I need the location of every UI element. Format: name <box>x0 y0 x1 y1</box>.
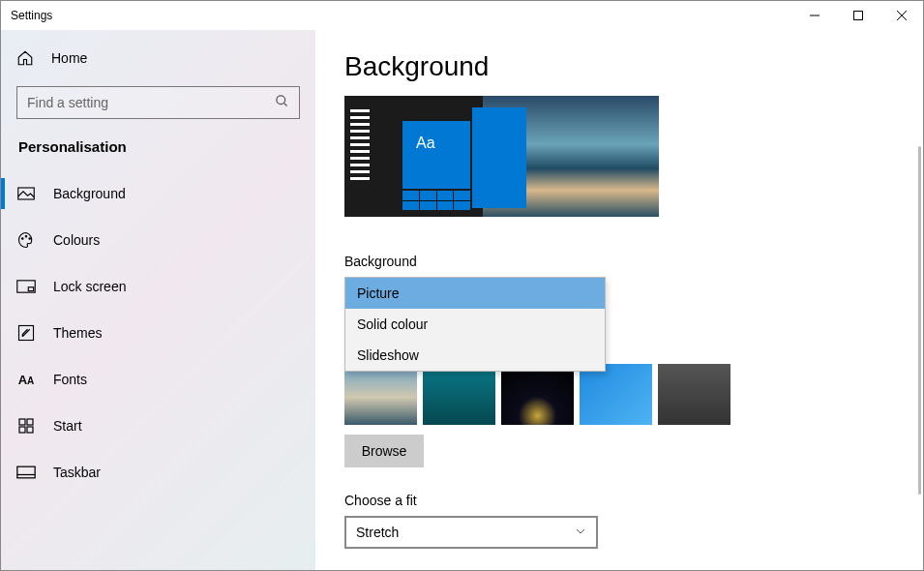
picture-thumbnails <box>344 364 894 425</box>
image-icon <box>16 187 36 200</box>
nav-label: Themes <box>53 325 103 341</box>
svg-rect-17 <box>17 466 35 478</box>
svg-line-5 <box>283 103 286 105</box>
search-box[interactable] <box>16 86 300 119</box>
thumbnail-4[interactable] <box>580 364 652 425</box>
thumbnail-3[interactable] <box>501 364 574 425</box>
nav-item-colours[interactable]: Colours <box>1 217 315 263</box>
search-input[interactable] <box>27 95 275 110</box>
thumbnail-5[interactable] <box>658 364 730 425</box>
browse-button[interactable]: Browse <box>344 435 424 467</box>
nav-label: Taskbar <box>53 465 101 480</box>
background-dropdown[interactable]: PictureSolid colourSlideshow <box>344 277 606 372</box>
nav-item-start[interactable]: Start <box>1 403 315 449</box>
nav-item-lock-screen[interactable]: Lock screen <box>1 263 315 310</box>
thumbnail-2[interactable] <box>423 364 495 425</box>
maximize-button[interactable] <box>836 1 879 30</box>
taskbar-icon <box>16 466 36 479</box>
nav-item-themes[interactable]: Themes <box>1 310 315 356</box>
nav-label: Lock screen <box>53 279 126 294</box>
font-icon: AA <box>16 373 36 387</box>
fit-label: Choose a fit <box>344 493 894 508</box>
start-icon <box>16 418 36 434</box>
window-controls <box>792 1 923 30</box>
window-title: Settings <box>11 9 52 22</box>
thumbnail-1[interactable] <box>344 364 417 425</box>
svg-rect-15 <box>19 427 25 433</box>
svg-rect-13 <box>19 419 25 425</box>
minimize-icon <box>810 11 820 20</box>
dropdown-option-solid-colour[interactable]: Solid colour <box>345 309 605 340</box>
home-icon <box>16 49 36 67</box>
svg-rect-1 <box>853 12 862 20</box>
nav-label: Colours <box>53 232 100 248</box>
close-icon <box>897 11 907 20</box>
desktop-preview: Aa <box>344 96 659 217</box>
home-label: Home <box>51 50 87 66</box>
maximize-icon <box>853 11 863 20</box>
nav-item-background[interactable]: Background <box>1 170 315 217</box>
svg-point-4 <box>277 95 285 104</box>
page-title: Background <box>344 51 894 82</box>
home-button[interactable]: Home <box>1 40 315 76</box>
dropdown-option-picture[interactable]: Picture <box>345 278 605 309</box>
titlebar: Settings <box>1 1 923 30</box>
nav-label: Start <box>53 418 82 434</box>
nav-label: Background <box>53 186 126 201</box>
chevron-down-icon <box>575 526 586 539</box>
svg-rect-16 <box>27 427 33 433</box>
nav-item-taskbar[interactable]: Taskbar <box>1 449 315 496</box>
svg-point-7 <box>22 238 24 240</box>
minimize-button[interactable] <box>792 1 836 30</box>
nav-item-fonts[interactable]: AAFonts <box>1 356 315 403</box>
svg-point-8 <box>25 236 27 238</box>
close-button[interactable] <box>879 1 923 30</box>
pencil-icon <box>16 324 36 342</box>
fit-select[interactable]: Stretch <box>344 516 598 549</box>
main-panel: Background Aa Background PictureSolid co… <box>315 30 923 570</box>
svg-rect-14 <box>27 419 33 425</box>
sidebar: Home Personalisation BackgroundColoursLo… <box>1 30 315 570</box>
section-title: Personalisation <box>1 133 315 170</box>
fit-selected-value: Stretch <box>356 525 399 540</box>
nav-label: Fonts <box>53 372 87 387</box>
svg-point-9 <box>29 238 31 240</box>
scrollbar[interactable] <box>918 146 921 495</box>
background-label: Background <box>344 254 894 269</box>
search-icon <box>275 94 289 112</box>
lockscreen-icon <box>16 280 36 293</box>
dropdown-option-slideshow[interactable]: Slideshow <box>345 340 605 371</box>
preview-sample-text: Aa <box>402 121 470 152</box>
palette-icon <box>16 231 36 249</box>
svg-rect-11 <box>28 287 33 291</box>
